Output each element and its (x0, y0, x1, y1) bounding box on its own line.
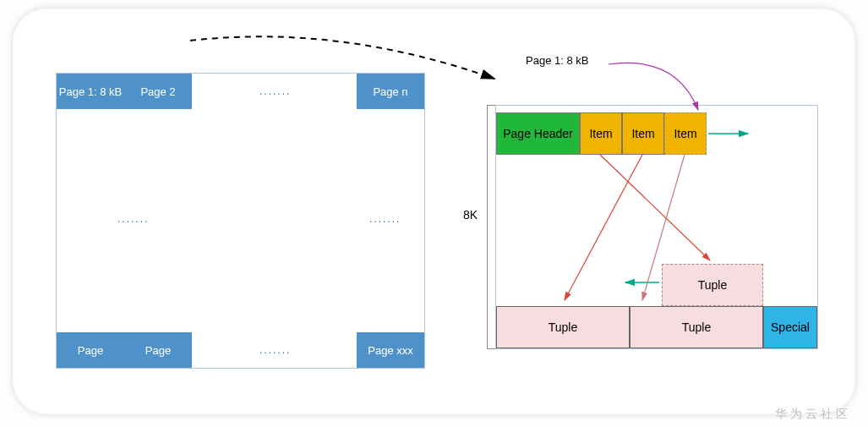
right-panel-title: Page 1: 8 kB (526, 54, 588, 67)
size-label: 8K (463, 208, 478, 222)
tuple-box-2: Tuple (630, 306, 763, 348)
special-box: Special (763, 306, 817, 348)
dots-mid-left: ....... (117, 213, 149, 225)
page-box-1: Page 1: 8 kB (57, 74, 124, 109)
item-box-3: Item (664, 112, 707, 155)
page-box-2: Page 2 (124, 74, 192, 109)
page-box-b1: Page (57, 332, 124, 368)
dots-mid-right: ....... (369, 213, 401, 225)
dots-top: ....... (259, 85, 291, 97)
page-box-bn: Page xxx (357, 332, 424, 368)
page-layout-panel: Page Header Item Item Item Tuple Tuple T… (495, 105, 818, 349)
tuple-box-top: Tuple (662, 264, 763, 306)
page-header-box: Page Header (496, 112, 580, 155)
watermark: 华为云社区 (775, 407, 851, 422)
page-box-n: Page n (357, 74, 424, 109)
dots-bottom: ....... (259, 344, 291, 356)
pages-grid-panel: Page 1: 8 kB Page 2 Page n ....... .....… (56, 73, 425, 369)
item-box-1: Item (580, 112, 622, 155)
page-box-b2: Page (124, 332, 192, 368)
tuple-box-1: Tuple (496, 306, 630, 348)
item-box-2: Item (622, 112, 664, 155)
